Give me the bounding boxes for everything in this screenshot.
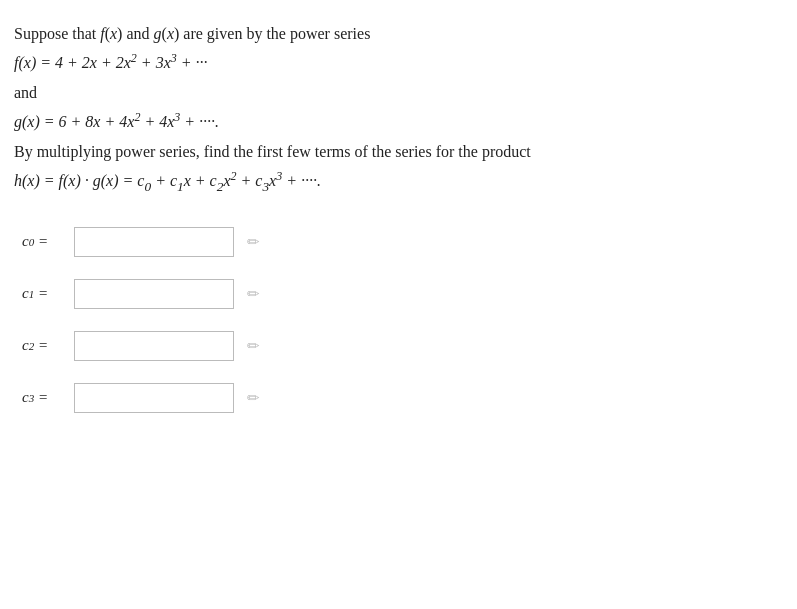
answer-row-c1: c1 = [22, 279, 777, 309]
answer-section: c0 = c1 = c2 = [14, 227, 777, 413]
answer-row-c3: c3 = [22, 383, 777, 413]
f-definition: f(x) = 4 + 2x + 2x2 + 3x3 + ··· [14, 47, 777, 79]
input-c3[interactable] [74, 383, 234, 413]
input-c0[interactable] [74, 227, 234, 257]
and-text: and [14, 79, 777, 106]
answer-row-c2: c2 = [22, 331, 777, 361]
input-c1[interactable] [74, 279, 234, 309]
check-button-c3[interactable] [240, 385, 266, 411]
g-definition: g(x) = 6 + 8x + 4x2 + 4x3 + ····. [14, 106, 777, 138]
instruction-line: By multiplying power series, find the fi… [14, 138, 777, 165]
label-c1: c1 = [22, 285, 68, 302]
problem-text: Suppose that f(x) and g(x) are given by … [14, 20, 777, 199]
intro-line: Suppose that f(x) and g(x) are given by … [14, 20, 777, 47]
input-c2[interactable] [74, 331, 234, 361]
check-button-c0[interactable] [240, 229, 266, 255]
pencil-icon-c1 [247, 285, 260, 303]
label-c2: c2 = [22, 337, 68, 354]
h-definition: h(x) = f(x) · g(x) = c0 + c1x + c2x2 + c… [14, 165, 777, 199]
check-button-c2[interactable] [240, 333, 266, 359]
problem-container: Suppose that f(x) and g(x) are given by … [14, 20, 777, 413]
label-c0: c0 = [22, 233, 68, 250]
check-button-c1[interactable] [240, 281, 266, 307]
label-c3: c3 = [22, 389, 68, 406]
pencil-icon-c0 [247, 233, 260, 251]
pencil-icon-c3 [247, 389, 260, 407]
answer-row-c0: c0 = [22, 227, 777, 257]
pencil-icon-c2 [247, 337, 260, 355]
